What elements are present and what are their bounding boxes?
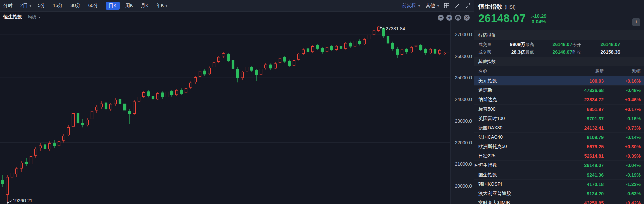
table-row[interactable]: 国企指数9241.36-0.19%: [474, 170, 644, 180]
add-watchlist-button[interactable]: +: [632, 18, 640, 26]
quote-value: 28.3亿: [491, 49, 525, 55]
interval-toolbar: 分时2日▾5分15分30分60分日K周K月K年K▾ 前复权 ▾ 其他 ▾: [0, 0, 474, 12]
table-row[interactable]: 纳斯达克23834.72+0.46%: [474, 95, 644, 105]
index-change-cell: +0.39%: [604, 153, 641, 159]
svg-text:22000.0: 22000.0: [455, 140, 472, 145]
panel-collapse-handle[interactable]: ▶: [475, 163, 477, 167]
table-row[interactable]: 法国CAC408109.79-0.14%: [474, 133, 644, 142]
table-row[interactable]: 韩国KOSPI4170.18-1.22%: [474, 180, 644, 189]
tab-分时[interactable]: 分时: [3, 3, 13, 9]
tab-日K[interactable]: 日K: [106, 2, 119, 10]
index-change-cell: +0.73%: [604, 125, 641, 131]
chart-canvas[interactable]: 27000.026000.025000.024000.023000.022000…: [0, 12, 474, 204]
chevron-down-icon: ▾: [437, 4, 439, 8]
chevron-down-icon: ▾: [418, 4, 420, 8]
index-change-cell: -0.19%: [604, 172, 641, 178]
index-latest-cell: 24132.41: [535, 125, 604, 131]
index-change-cell: -0.04%: [604, 163, 641, 168]
index-change-cell: +0.30%: [604, 144, 641, 149]
quote-item: 成交额28.3亿: [478, 49, 525, 55]
quote-label: 成交额: [478, 49, 491, 55]
tab-周K[interactable]: 周K: [125, 3, 133, 9]
index-change-cell: -0.63%: [604, 191, 641, 196]
table-row[interactable]: 澳大利亚普通股9124.20-0.63%: [474, 189, 644, 198]
last-price: 26148.07: [478, 12, 526, 24]
zoom-in-icon[interactable]: +: [446, 15, 452, 21]
index-name-cell: 德国DAX30: [478, 125, 535, 131]
table-row[interactable]: 标普5006851.97+0.17%: [474, 105, 644, 114]
quote-value: 9809万: [491, 42, 525, 48]
svg-text:20000.0: 20000.0: [455, 183, 472, 189]
table-row[interactable]: 富时意大利MIB43250.85+0.42%: [474, 198, 644, 204]
table-row[interactable]: 欧洲斯托克505679.25+0.30%: [474, 142, 644, 151]
index-name-cell: 国企指数: [478, 172, 535, 178]
price-change-pct: -0.04%: [530, 19, 547, 24]
svg-text:27000.0: 27000.0: [455, 32, 472, 37]
table-row[interactable]: 英国富时1009701.37-0.16%: [474, 114, 644, 123]
quote-item: 今开26148.07: [572, 42, 620, 48]
zoom-out-icon[interactable]: −: [438, 15, 444, 21]
chevron-down-icon: ▾: [166, 4, 167, 8]
tab-月K[interactable]: 月K: [141, 3, 148, 9]
svg-text:19260.21: 19260.21: [13, 198, 33, 203]
chart-column: 分时2日▾5分15分30分60分日K周K月K年K▾ 前复权 ▾ 其他 ▾ 270…: [0, 0, 474, 204]
trading-app: 分时2日▾5分15分30分60分日K周K月K年K▾ 前复权 ▾ 其他 ▾ 270…: [0, 0, 644, 204]
toolbar-right: 前复权 ▾ 其他 ▾: [402, 3, 471, 9]
index-latest-cell: 26148.07: [535, 163, 604, 168]
table-row[interactable]: 德国DAX3024132.41+0.73%: [474, 123, 644, 133]
index-code: (HSI): [505, 4, 516, 10]
table-row[interactable]: 道琼斯47336.68-0.48%: [474, 86, 644, 95]
index-latest-cell: 23834.72: [535, 97, 604, 103]
tab-年K[interactable]: 年K: [156, 3, 164, 9]
quote-label: 昨收: [572, 49, 581, 55]
index-name-cell: 日经225: [478, 153, 535, 159]
index-name-cell: 纳斯达克: [478, 97, 535, 103]
tab-5分[interactable]: 5分: [38, 3, 45, 9]
index-change-cell: +0.17%: [604, 107, 641, 112]
ma-overlay-dropdown[interactable]: 均线 ▾: [28, 14, 40, 20]
index-name-cell: 英国富时100: [478, 116, 535, 122]
draw-brush-icon[interactable]: [454, 3, 460, 9]
table-row[interactable]: 美元指数100.03+0.16%: [474, 76, 644, 86]
tab-2日[interactable]: 2日: [20, 3, 28, 9]
indices-table-header: 名称 最新 涨幅: [474, 66, 644, 76]
index-change-cell: -0.14%: [604, 135, 641, 140]
quote-panel: ▶ 恒生指数 (HSI) 26148.07 ↓-10.29 -0.04% + 行…: [474, 0, 644, 204]
index-name-cell: 法国CAC40: [478, 134, 535, 140]
index-name-cell: 富时意大利MIB: [478, 200, 535, 204]
index-latest-cell: 9241.36: [535, 172, 604, 178]
index-change-cell: +0.42%: [604, 200, 641, 204]
other-dropdown[interactable]: 其他: [426, 3, 435, 9]
svg-text:21000.0: 21000.0: [455, 161, 472, 167]
tab-30分[interactable]: 30分: [70, 3, 81, 9]
quote-label: 今开: [572, 42, 581, 48]
layout-grid-icon[interactable]: [444, 3, 450, 9]
col-latest: 最新: [535, 68, 604, 74]
close-icon[interactable]: ✕: [464, 15, 470, 21]
index-name-cell: 标普500: [478, 106, 535, 112]
fullscreen-icon[interactable]: [465, 3, 471, 9]
index-latest-cell: 5679.25: [535, 144, 604, 149]
svg-text:26000.0: 26000.0: [455, 54, 472, 59]
quote-header: 恒生指数 (HSI) 26148.07 ↓-10.29 -0.04% +: [474, 0, 644, 30]
candlestick-chart[interactable]: 27000.026000.025000.024000.023000.022000…: [0, 12, 474, 204]
index-change-cell: -0.48%: [604, 88, 641, 93]
index-change-cell: -0.16%: [604, 116, 641, 121]
svg-text:25000.0: 25000.0: [455, 75, 472, 80]
adjust-type-dropdown[interactable]: 前复权: [402, 3, 416, 9]
quote-label: 成交量: [478, 42, 491, 48]
svg-text:23000.0: 23000.0: [455, 118, 472, 124]
section-indices-title: 其他指数: [474, 57, 644, 66]
index-name-cell: 欧洲斯托克50: [478, 144, 535, 150]
quote-value: 26148.07: [534, 49, 572, 55]
quote-item: 成交量9809万: [478, 42, 525, 48]
tab-60分[interactable]: 60分: [88, 3, 98, 9]
chart-symbol-label: 恒生指数: [3, 14, 22, 20]
table-row[interactable]: 日经22552614.81+0.39%: [474, 151, 644, 161]
table-row[interactable]: 恒生指数26148.07-0.04%: [474, 161, 644, 170]
index-change-cell: +0.16%: [604, 78, 641, 84]
tab-15分[interactable]: 15分: [53, 3, 63, 9]
gear-icon[interactable]: [455, 15, 461, 21]
indices-table: 美元指数100.03+0.16%道琼斯47336.68-0.48%纳斯达克238…: [474, 76, 644, 204]
quote-value: 26158.36: [581, 49, 620, 55]
